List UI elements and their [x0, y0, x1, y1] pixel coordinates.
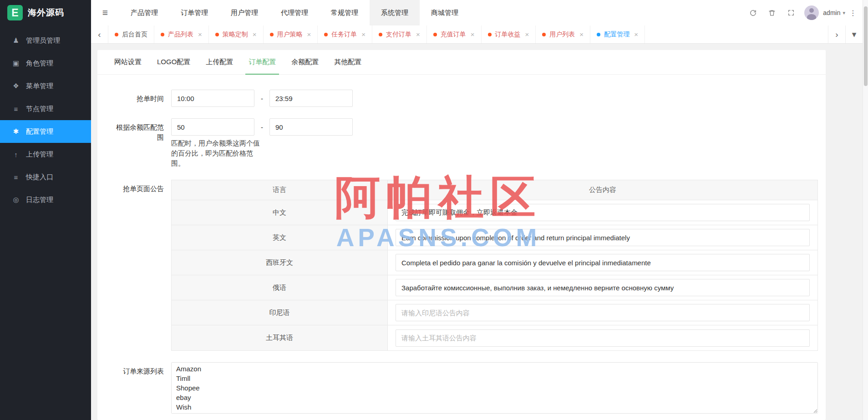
tab-label: 订单收益: [495, 30, 521, 39]
open-tab-product-list[interactable]: 产品列表 ×: [154, 25, 209, 43]
tab-close-icon[interactable]: ×: [416, 30, 420, 38]
tab-site-settings[interactable]: 网站设置: [107, 50, 149, 74]
announcement-input-es[interactable]: [396, 254, 810, 271]
tab-close-icon[interactable]: ×: [307, 30, 311, 38]
sidebar-item-label: 日志管理: [26, 196, 53, 204]
gear-icon: ✱: [12, 127, 20, 136]
order-source-textarea[interactable]: Amazon Timll Shopee ebay Wish mercado li…: [171, 362, 818, 414]
nav-item-mall[interactable]: 商城管理: [420, 0, 470, 25]
page-scrollbar[interactable]: [863, 0, 868, 420]
open-tab-user-strategy[interactable]: 用户策略 ×: [264, 25, 318, 43]
upload-icon: ↑: [12, 151, 20, 158]
language-cell: 印尼语: [172, 300, 388, 325]
sidebar-item-label: 角色管理: [26, 59, 53, 68]
sidebar-item-label: 上传管理: [26, 150, 53, 159]
sidebar-toggle-icon[interactable]: ≡: [91, 0, 119, 25]
nav-item-system[interactable]: 系统管理: [370, 0, 420, 25]
tabs-menu-icon[interactable]: ▾: [845, 25, 863, 43]
announcement-input-id[interactable]: [396, 304, 810, 321]
refresh-icon[interactable]: [743, 0, 762, 25]
tab-label: 后台首页: [122, 30, 147, 39]
sidebar-item-quick-entry[interactable]: ≡ 快捷入口: [0, 166, 91, 188]
tab-dot-icon: [379, 33, 382, 36]
tab-close-icon[interactable]: ×: [579, 30, 584, 38]
balance-max-input[interactable]: [269, 118, 353, 136]
tab-label: 支付订单: [386, 30, 411, 39]
grab-time-end-input[interactable]: [269, 90, 353, 107]
column-header-language: 语言: [172, 180, 388, 200]
page-scrollbar-thumb[interactable]: [864, 6, 868, 86]
nav-item-agent[interactable]: 代理管理: [269, 0, 320, 25]
username-label[interactable]: admin: [823, 9, 840, 16]
badge-icon: ▣: [12, 59, 20, 67]
user-icon: ♟: [12, 36, 20, 45]
tab-dot-icon: [270, 33, 274, 36]
announcement-row: 抢单页面公告 语言 公告内容 中文 英文: [114, 180, 826, 351]
announcement-input-en[interactable]: [396, 229, 810, 246]
open-tab-strategy-custom[interactable]: 策略定制 ×: [209, 25, 264, 43]
announcement-row-en: 英文: [172, 225, 817, 250]
open-tab-task-orders[interactable]: 任务订单 ×: [318, 25, 372, 43]
grab-time-label: 抢单时间: [114, 90, 164, 107]
menu-icon: ❖: [12, 82, 20, 90]
tab-label: 策略定制: [223, 30, 248, 39]
language-cell: 中文: [172, 200, 388, 225]
open-tab-home[interactable]: 后台首页: [108, 25, 154, 43]
announcement-row-tr: 土耳其语: [172, 325, 817, 350]
open-tab-order-earnings[interactable]: 订单收益 ×: [482, 25, 536, 43]
tabs-scroll-right-icon[interactable]: ›: [828, 25, 845, 43]
tab-balance-config[interactable]: 余额配置: [284, 50, 326, 74]
list-icon: ≡: [12, 105, 20, 113]
tab-dot-icon: [597, 33, 600, 36]
language-cell: 俄语: [172, 275, 388, 300]
announcement-label: 抢单页面公告: [114, 180, 164, 351]
tab-upload-config[interactable]: 上传配置: [198, 50, 241, 74]
announcement-input-tr[interactable]: [396, 329, 810, 347]
tabs-scroll-left-icon[interactable]: ‹: [91, 25, 108, 43]
nav-item-general[interactable]: 常规管理: [320, 0, 370, 25]
fullscreen-icon[interactable]: [782, 0, 801, 25]
open-tab-pay-orders[interactable]: 支付订单 ×: [372, 25, 427, 43]
grab-time-start-input[interactable]: [171, 90, 254, 107]
tab-close-icon[interactable]: ×: [361, 30, 365, 38]
sidebar-item-log-management[interactable]: ◎ 日志管理: [0, 188, 91, 211]
sidebar-item-menu-management[interactable]: ❖ 菜单管理: [0, 75, 91, 97]
tab-close-icon[interactable]: ×: [634, 30, 638, 38]
more-options-icon[interactable]: ⋮: [848, 9, 858, 17]
range-separator: -: [261, 123, 263, 131]
tab-close-icon[interactable]: ×: [471, 30, 475, 38]
tab-close-icon[interactable]: ×: [253, 30, 257, 38]
sidebar-item-admin-management[interactable]: ♟ 管理员管理: [0, 29, 91, 52]
announcement-row-es: 西班牙文: [172, 250, 817, 275]
nav-item-order[interactable]: 订单管理: [169, 0, 219, 25]
announcement-input-ru[interactable]: [396, 279, 810, 296]
tab-dot-icon: [115, 33, 118, 36]
language-cell: 英文: [172, 225, 388, 250]
sidebar-item-role-management[interactable]: ▣ 角色管理: [0, 52, 91, 75]
sidebar-item-upload-management[interactable]: ↑ 上传管理: [0, 143, 91, 166]
sidebar-item-config-management[interactable]: ✱ 配置管理: [0, 120, 91, 143]
sidebar: ♟ 管理员管理 ▣ 角色管理 ❖ 菜单管理 ≡ 节点管理 ✱ 配置管理 ↑ 上传…: [0, 25, 91, 420]
announcement-input-zh[interactable]: [396, 204, 810, 221]
open-tab-recharge-orders[interactable]: 充值订单 ×: [427, 25, 482, 43]
tab-logo-config[interactable]: LOGO配置: [149, 50, 198, 74]
announcement-table: 语言 公告内容 中文 英文 西班牙文: [171, 180, 818, 351]
nav-item-user[interactable]: 用户管理: [219, 0, 269, 25]
user-avatar[interactable]: [804, 5, 819, 20]
nav-item-product[interactable]: 产品管理: [119, 0, 169, 25]
tab-close-icon[interactable]: ×: [198, 30, 202, 38]
open-tab-user-list[interactable]: 用户列表 ×: [536, 25, 590, 43]
user-menu-caret-icon[interactable]: ▾: [843, 10, 845, 16]
log-icon: ◎: [12, 196, 20, 204]
tab-close-icon[interactable]: ×: [525, 30, 529, 38]
main-content: 网站设置 LOGO配置 上传配置 订单配置 余额配置 其他配置 抢单时间 -: [91, 44, 863, 420]
balance-min-input[interactable]: [171, 118, 254, 136]
language-cell: 西班牙文: [172, 250, 388, 275]
app-title: 海外源码: [28, 7, 64, 19]
open-tab-config-management[interactable]: 配置管理 ×: [590, 25, 645, 43]
tab-other-config[interactable]: 其他配置: [326, 50, 369, 74]
tab-order-config[interactable]: 订单配置: [241, 50, 284, 74]
sidebar-item-node-management[interactable]: ≡ 节点管理: [0, 97, 91, 120]
language-cell: 土耳其语: [172, 325, 388, 350]
trash-icon[interactable]: [762, 0, 782, 25]
